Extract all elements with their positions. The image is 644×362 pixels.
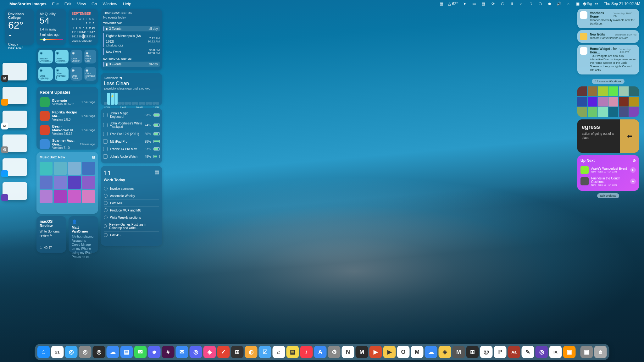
dock-app-music[interactable]: ♪ — [300, 346, 313, 358]
dock-app-messages[interactable]: ✉ — [134, 346, 147, 358]
album-art[interactable] — [577, 107, 587, 117]
dock-app-home[interactable]: ⌂ — [273, 346, 285, 358]
checkbox[interactable] — [104, 216, 108, 219]
edit-widgets-button[interactable]: Edit Widgets — [597, 193, 619, 198]
word-of-day-widget[interactable]: egressaction of going out of a place ⬅ — [577, 119, 639, 153]
status-location-icon[interactable]: ➤ — [462, 1, 467, 6]
status-volume-icon[interactable]: 🔊 — [557, 1, 562, 6]
status-control-center-icon[interactable]: ⚏ — [594, 1, 599, 6]
dock-app-freeform[interactable]: ✎ — [522, 346, 534, 358]
album-art[interactable] — [588, 107, 597, 117]
album-art[interactable] — [577, 97, 587, 107]
todo-item[interactable]: Assemble Weekly — [104, 192, 159, 199]
dock-app-threads[interactable]: @ — [480, 346, 493, 358]
home-tile[interactable]: ◉Office Lightstrip — [38, 67, 53, 81]
menu-window[interactable]: Window — [103, 2, 117, 6]
album-art[interactable] — [82, 176, 95, 189]
dock-app-safari[interactable]: ◎ — [65, 346, 78, 358]
album-art[interactable] — [54, 176, 67, 189]
air-quality-widget[interactable]: Air Quality 54 1.4 mi away 3 minutes ago — [36, 9, 66, 45]
dock-app-mail[interactable]: ✉ — [176, 346, 188, 358]
album-art[interactable] — [619, 86, 629, 96]
album-art[interactable] — [577, 86, 587, 96]
reminders-widget[interactable]: 11▤ Work Today Invoice sponsorsAssemble … — [101, 166, 162, 246]
status-grid-icon[interactable]: ⠿ — [509, 1, 514, 6]
notification[interactable]: Home Widget - for Hom…Yesterday, 4:21 PM… — [577, 45, 639, 74]
dock-app-cloud[interactable]: ☁ — [425, 346, 437, 358]
home-tile[interactable]: ◉Office Bookshel… — [55, 50, 69, 63]
dock-app-trash[interactable]: 🗑 — [594, 346, 607, 358]
dock-app-p-app[interactable]: P — [494, 346, 507, 358]
checkbox[interactable] — [104, 187, 108, 190]
dock-app-github[interactable]: ◎ — [536, 346, 548, 358]
status-wifi-icon[interactable]: �สัญ — [585, 1, 590, 6]
dock-app-ia[interactable]: iA — [549, 346, 562, 358]
dock-app-books[interactable]: ▣ — [563, 346, 576, 358]
checkbox[interactable] — [104, 201, 108, 205]
todo-item[interactable]: Edit AS — [104, 231, 159, 239]
checkbox[interactable] — [104, 208, 108, 212]
album-art[interactable] — [588, 86, 597, 96]
home-tile[interactable]: ◉Office overhead 2 — [84, 67, 96, 81]
stage-window-4[interactable] — [3, 134, 27, 152]
album-art[interactable] — [598, 107, 608, 117]
album-art[interactable] — [40, 162, 53, 175]
weather-widget[interactable]: Davidson College 62° ☁︎ Cloudy H:81° L:6… — [5, 9, 34, 45]
dock-app-settings[interactable]: ⚙ — [328, 346, 341, 358]
album-art[interactable] — [598, 86, 608, 96]
dock-app-m-app[interactable]: M — [356, 346, 368, 358]
dock-app-o-app[interactable]: O — [397, 346, 410, 358]
album-art[interactable] — [40, 190, 53, 203]
update-row[interactable]: Paprika Recipe Ma…Version 3.8.01 hour ag… — [40, 110, 95, 121]
dock-app-m3-app[interactable]: M — [452, 346, 465, 358]
album-art[interactable] — [619, 97, 629, 107]
dock-app-grid[interactable]: ⊞ — [466, 346, 479, 358]
todo-item[interactable]: Produce MU+ and MU — [104, 206, 159, 214]
status-search-icon[interactable]: ⌕ — [566, 1, 571, 6]
status-hazeover-icon[interactable]: ▦ — [439, 1, 444, 6]
mini-calendar-widget[interactable]: SEPTEMBER MTWTFSS12345678910111213141516… — [69, 9, 98, 45]
album-art[interactable] — [54, 190, 67, 203]
dock-app-timery[interactable]: ◐ — [245, 346, 258, 358]
status-sync-icon[interactable]: ⟳ — [491, 1, 496, 6]
dock-app-orion[interactable]: ◎ — [79, 346, 92, 358]
stage-window-6[interactable] — [3, 182, 27, 200]
album-art[interactable] — [629, 97, 639, 107]
album-art[interactable] — [629, 107, 639, 117]
recent-updates-widget[interactable]: Recent Updates EvernoteVersion 10.62.21 … — [36, 87, 98, 150]
stage-window-5[interactable] — [3, 158, 27, 176]
checkbox[interactable] — [104, 194, 108, 198]
dock-app-discord[interactable]: ☻ — [148, 346, 161, 358]
status-shield-icon[interactable]: ⬡ — [500, 1, 505, 6]
update-row[interactable]: EvernoteVersion 10.62.21 hour ago — [40, 97, 95, 107]
home-tile[interactable]: ◉Office Overhead 1 — [55, 67, 69, 81]
dock-app-photo[interactable]: ▣ — [580, 346, 593, 358]
album-art[interactable] — [68, 190, 81, 203]
album-art[interactable] — [608, 86, 618, 96]
note-widget-1[interactable]: macOS Review Write Sonoma review ✎ ⏱40:4… — [36, 216, 66, 253]
album-art[interactable] — [68, 162, 81, 175]
stage-window-1[interactable] — [3, 63, 27, 80]
dock-app-dict[interactable]: Aa — [508, 346, 520, 358]
album-art[interactable] — [608, 97, 618, 107]
dock-app-appstore[interactable]: A — [314, 346, 327, 358]
dock-app-mail-b[interactable]: ☁ — [107, 346, 119, 358]
home-tile[interactable]: ◉Office Globe Light — [84, 50, 96, 63]
home-tile[interactable]: ◉Balcony Overhead… — [38, 50, 53, 63]
album-art[interactable] — [54, 162, 67, 175]
update-row[interactable]: Bear - Markdown N…Version 2.0.121 hour a… — [40, 124, 95, 135]
play-button[interactable]: ▶ — [630, 178, 636, 184]
album-art[interactable] — [588, 97, 597, 107]
status-dropbox-icon[interactable]: ⬡ — [538, 1, 543, 6]
app-menu[interactable]: MacStories Images — [9, 2, 47, 6]
album-art[interactable] — [40, 176, 53, 189]
podcast-row[interactable]: Apple's Wanderlust EventNew · Sep 12 · 1… — [580, 165, 636, 175]
dock-app-m2-app[interactable]: M — [411, 346, 424, 358]
checkbox[interactable] — [104, 224, 107, 228]
album-art[interactable] — [68, 176, 81, 189]
musicbox-widget[interactable]: MusicBox: New⊡ — [36, 152, 98, 214]
menu-view[interactable]: View — [77, 2, 86, 6]
stage-window-2[interactable] — [3, 87, 27, 104]
album-art[interactable] — [608, 107, 618, 117]
dock-app-calendar[interactable]: 21 — [51, 346, 64, 358]
